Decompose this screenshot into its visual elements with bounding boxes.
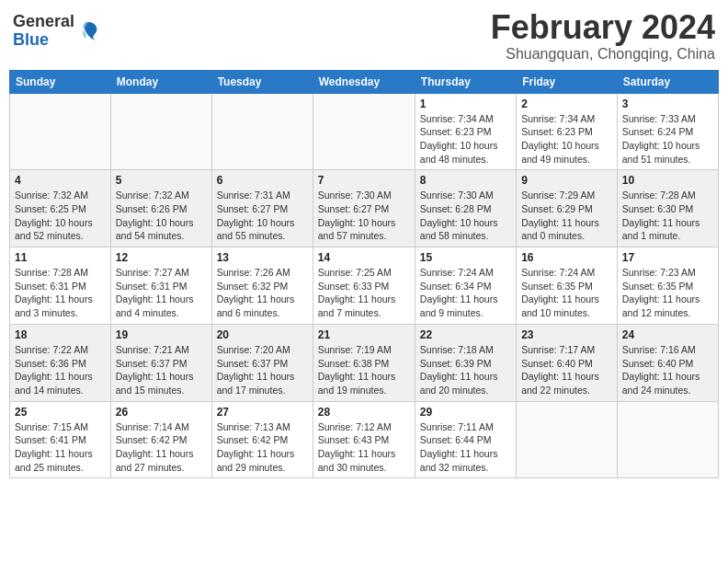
calendar-header-saturday: Saturday [617,70,718,93]
title-area: February 2024 Shuangquan, Chongqing, Chi… [491,9,715,63]
day-number: 1 [420,98,511,110]
logo-bird-icon [76,18,102,44]
calendar-cell: 19Sunrise: 7:21 AM Sunset: 6:37 PM Dayli… [110,324,211,401]
day-info: Sunrise: 7:18 AM Sunset: 6:39 PM Dayligh… [420,343,511,397]
calendar-cell [211,93,313,170]
day-number: 16 [521,251,612,264]
day-info: Sunrise: 7:16 AM Sunset: 6:40 PM Dayligh… [622,343,713,397]
calendar-cell: 21Sunrise: 7:19 AM Sunset: 6:38 PM Dayli… [313,324,415,401]
calendar-cell: 10Sunrise: 7:28 AM Sunset: 6:30 PM Dayli… [617,170,718,247]
day-number: 25 [15,406,106,419]
day-number: 29 [420,406,511,419]
day-number: 23 [521,328,612,341]
day-info: Sunrise: 7:24 AM Sunset: 6:35 PM Dayligh… [521,266,612,320]
day-number: 5 [116,174,207,187]
day-info: Sunrise: 7:17 AM Sunset: 6:40 PM Dayligh… [521,343,612,397]
calendar-week-row: 18Sunrise: 7:22 AM Sunset: 6:36 PM Dayli… [10,324,719,401]
location-title: Shuangquan, Chongqing, China [491,46,715,63]
logo-general-text: General [13,13,74,31]
calendar-cell: 2Sunrise: 7:34 AM Sunset: 6:23 PM Daylig… [517,93,618,170]
calendar-cell: 13Sunrise: 7:26 AM Sunset: 6:32 PM Dayli… [211,247,313,325]
day-info: Sunrise: 7:20 AM Sunset: 6:37 PM Dayligh… [217,343,308,397]
calendar-cell: 8Sunrise: 7:30 AM Sunset: 6:28 PM Daylig… [415,170,516,247]
day-number: 19 [116,328,207,341]
calendar-cell: 27Sunrise: 7:13 AM Sunset: 6:42 PM Dayli… [211,401,313,478]
day-info: Sunrise: 7:30 AM Sunset: 6:27 PM Dayligh… [318,189,410,243]
calendar-cell: 15Sunrise: 7:24 AM Sunset: 6:34 PM Dayli… [415,247,516,325]
calendar-header-thursday: Thursday [415,70,516,93]
calendar-cell: 20Sunrise: 7:20 AM Sunset: 6:37 PM Dayli… [211,324,313,401]
day-number: 2 [521,98,612,110]
day-info: Sunrise: 7:33 AM Sunset: 6:24 PM Dayligh… [622,112,713,167]
calendar-week-row: 4Sunrise: 7:32 AM Sunset: 6:25 PM Daylig… [10,170,719,247]
day-info: Sunrise: 7:14 AM Sunset: 6:42 PM Dayligh… [116,420,207,475]
calendar-cell: 6Sunrise: 7:31 AM Sunset: 6:27 PM Daylig… [211,170,313,247]
day-info: Sunrise: 7:29 AM Sunset: 6:29 PM Dayligh… [521,189,612,243]
day-number: 20 [217,328,308,341]
day-info: Sunrise: 7:31 AM Sunset: 6:27 PM Dayligh… [217,189,308,243]
calendar-cell: 28Sunrise: 7:12 AM Sunset: 6:43 PM Dayli… [313,401,415,478]
day-number: 12 [116,251,207,264]
calendar-header-wednesday: Wednesday [313,70,415,93]
calendar-cell: 18Sunrise: 7:22 AM Sunset: 6:36 PM Dayli… [10,324,111,401]
day-number: 22 [420,328,511,341]
day-info: Sunrise: 7:21 AM Sunset: 6:37 PM Dayligh… [116,343,207,397]
calendar-cell: 9Sunrise: 7:29 AM Sunset: 6:29 PM Daylig… [517,170,618,247]
calendar-header-friday: Friday [517,70,618,93]
calendar-cell [110,93,211,170]
day-info: Sunrise: 7:24 AM Sunset: 6:34 PM Dayligh… [420,266,511,320]
calendar-cell: 5Sunrise: 7:32 AM Sunset: 6:26 PM Daylig… [110,170,211,247]
day-info: Sunrise: 7:28 AM Sunset: 6:30 PM Dayligh… [622,189,713,243]
calendar-cell: 22Sunrise: 7:18 AM Sunset: 6:39 PM Dayli… [415,324,516,401]
calendar-cell: 12Sunrise: 7:27 AM Sunset: 6:31 PM Dayli… [110,247,211,325]
calendar-cell: 26Sunrise: 7:14 AM Sunset: 6:42 PM Dayli… [110,401,211,478]
calendar-cell [617,401,718,478]
day-info: Sunrise: 7:19 AM Sunset: 6:38 PM Dayligh… [318,343,410,397]
calendar-cell: 25Sunrise: 7:15 AM Sunset: 6:41 PM Dayli… [10,401,111,478]
calendar-cell: 17Sunrise: 7:23 AM Sunset: 6:35 PM Dayli… [617,247,718,325]
calendar-table: SundayMondayTuesdayWednesdayThursdayFrid… [9,70,719,479]
calendar-header-tuesday: Tuesday [211,70,313,93]
day-info: Sunrise: 7:34 AM Sunset: 6:23 PM Dayligh… [420,112,511,167]
day-number: 11 [15,251,106,264]
day-info: Sunrise: 7:25 AM Sunset: 6:33 PM Dayligh… [318,266,410,320]
day-info: Sunrise: 7:28 AM Sunset: 6:31 PM Dayligh… [15,266,106,320]
day-number: 10 [622,174,713,187]
calendar-cell: 29Sunrise: 7:11 AM Sunset: 6:44 PM Dayli… [415,401,516,478]
calendar-header-monday: Monday [110,70,211,93]
calendar-cell [517,401,618,478]
calendar-cell: 3Sunrise: 7:33 AM Sunset: 6:24 PM Daylig… [617,93,718,170]
day-info: Sunrise: 7:12 AM Sunset: 6:43 PM Dayligh… [318,420,410,475]
day-info: Sunrise: 7:11 AM Sunset: 6:44 PM Dayligh… [420,420,511,475]
day-number: 15 [420,251,511,264]
calendar-week-row: 1Sunrise: 7:34 AM Sunset: 6:23 PM Daylig… [10,93,719,170]
day-info: Sunrise: 7:32 AM Sunset: 6:25 PM Dayligh… [15,189,106,243]
day-number: 28 [318,406,410,419]
calendar-cell [313,93,415,170]
calendar-cell: 7Sunrise: 7:30 AM Sunset: 6:27 PM Daylig… [313,170,415,247]
day-number: 6 [217,174,308,187]
calendar-week-row: 25Sunrise: 7:15 AM Sunset: 6:41 PM Dayli… [10,401,719,478]
day-number: 14 [318,251,410,264]
day-info: Sunrise: 7:23 AM Sunset: 6:35 PM Dayligh… [622,266,713,320]
day-number: 18 [15,328,106,341]
header: General Blue February 2024 Shuangquan, C… [9,9,719,63]
day-info: Sunrise: 7:15 AM Sunset: 6:41 PM Dayligh… [15,420,106,475]
day-number: 24 [622,328,713,341]
logo: General Blue [13,13,102,50]
day-info: Sunrise: 7:32 AM Sunset: 6:26 PM Dayligh… [116,189,207,243]
calendar-cell: 4Sunrise: 7:32 AM Sunset: 6:25 PM Daylig… [10,170,111,247]
day-number: 13 [217,251,308,264]
day-number: 4 [15,174,106,187]
calendar-cell: 1Sunrise: 7:34 AM Sunset: 6:23 PM Daylig… [415,93,516,170]
day-number: 8 [420,174,511,187]
day-info: Sunrise: 7:26 AM Sunset: 6:32 PM Dayligh… [217,266,308,320]
day-number: 3 [622,98,713,110]
day-number: 21 [318,328,410,341]
calendar-cell: 24Sunrise: 7:16 AM Sunset: 6:40 PM Dayli… [617,324,718,401]
calendar-week-row: 11Sunrise: 7:28 AM Sunset: 6:31 PM Dayli… [10,247,719,325]
day-number: 27 [217,406,308,419]
calendar-cell [10,93,111,170]
day-number: 9 [521,174,612,187]
day-info: Sunrise: 7:27 AM Sunset: 6:31 PM Dayligh… [116,266,207,320]
